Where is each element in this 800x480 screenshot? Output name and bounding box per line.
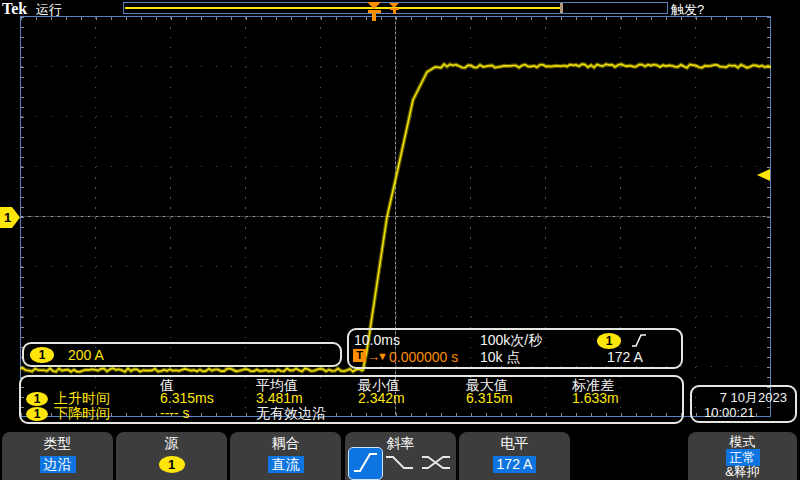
softkey-source[interactable]: 源 1 (116, 432, 227, 480)
down-triangle-icon: ▼ (377, 350, 388, 362)
softkey-menu: 类型 边沿 源 1 耦合 直流 斜率 电 (0, 427, 800, 480)
meas-note: 无有效边沿 (256, 405, 326, 423)
channel1-trace (20, 64, 771, 372)
window-bracket (560, 3, 563, 13)
softkey-label: 类型 (2, 435, 113, 453)
channel1-trace (20, 64, 771, 372)
record-extent-line (125, 7, 560, 9)
softkey-label: 电平 (459, 435, 570, 453)
oscilloscope-screen: Tek 运行 触发? 1 1 200 A 10.0ms T → ▼ 0.0000… (0, 0, 800, 480)
time-readout: 10:00:21 (704, 405, 755, 420)
trigger-position-marker-icon (372, 13, 376, 21)
trigger-position-icon (393, 10, 396, 14)
coupling-value: 直流 (268, 456, 304, 473)
rising-slope-icon (350, 448, 381, 477)
record-length-readout: 10k 点 (480, 349, 520, 367)
source-channel-badge: 1 (159, 456, 185, 473)
both-slopes-icon[interactable] (421, 454, 452, 471)
falling-slope-icon[interactable] (385, 454, 415, 471)
softkey-type[interactable]: 类型 边沿 (2, 432, 113, 480)
channel-badge: 1 (30, 347, 54, 363)
mode-holdoff-label: &释抑 (688, 463, 797, 480)
trigger-t-icon: T (353, 349, 366, 362)
meas-value: ---- s (160, 405, 190, 421)
trigger-source-badge: 1 (597, 333, 621, 349)
trigger-level-readout: 172 A (607, 349, 643, 365)
measurements-panel: 值 平均值 最小值 最大值 标准差 1 上升时间 6.315ms 3.481m … (19, 375, 684, 424)
softkey-slope[interactable]: 斜率 (345, 432, 456, 480)
type-value: 边沿 (40, 456, 76, 473)
timebase-readout: 10.0ms (354, 332, 400, 348)
softkey-label: 耦合 (230, 435, 341, 453)
trigger-level-arrow-icon[interactable] (757, 169, 770, 181)
channel-readout: 1 200 A (22, 342, 342, 367)
record-position-bar[interactable] (123, 2, 668, 14)
channel-scale: 200 A (68, 347, 104, 363)
meas-stddev: 1.633m (572, 390, 619, 406)
sample-rate-readout: 100k次/秒 (480, 332, 542, 350)
softkey-level[interactable]: 电平 172 A (459, 432, 570, 480)
channel1-position-marker[interactable]: 1 (0, 207, 20, 228)
meas-name: 下降时间 (54, 405, 110, 423)
softkey-coupling[interactable]: 耦合 直流 (230, 432, 341, 480)
meas-channel-badge: 1 (26, 407, 48, 421)
level-value: 172 A (493, 456, 537, 473)
meas-value: 6.315ms (160, 390, 214, 406)
softkey-label: 源 (116, 435, 227, 453)
softkey-mode[interactable]: 模式 正常 &释抑 (688, 432, 797, 480)
meas-mean: 3.481m (256, 390, 303, 406)
meas-min: 2.342m (358, 390, 405, 406)
rising-slope-icon (631, 333, 647, 348)
meas-max: 6.315m (466, 390, 513, 406)
trigger-readout: 10.0ms T → ▼ 0.000000 s 100k次/秒 10k 点 1 … (347, 328, 683, 369)
trigger-delay-readout: 0.000000 s (389, 349, 458, 365)
trigger-position-marker-icon[interactable] (367, 2, 381, 9)
rising-slope-selected[interactable] (348, 447, 383, 480)
meas-channel-badge: 1 (26, 392, 48, 406)
datetime-panel: 7 10月2023 10:00:21 (690, 385, 797, 423)
